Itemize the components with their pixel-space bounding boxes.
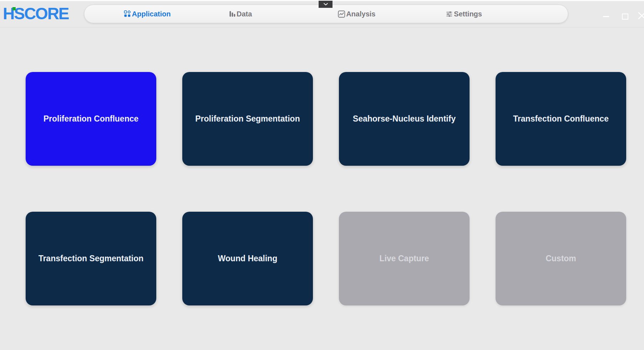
tab-settings[interactable]: Settings: [446, 5, 482, 23]
tile-label: Transfection Confluence: [513, 114, 608, 124]
tile-wound-healing[interactable]: Wound Healing: [182, 212, 313, 305]
tile-seahorse-nucleus-identify[interactable]: Seahorse-Nucleus Identify: [339, 72, 470, 166]
close-icon: [638, 12, 644, 19]
collapse-toolbar-button[interactable]: [319, 1, 333, 8]
app-grid-icon: [124, 10, 131, 17]
tile-transfection-segmentation[interactable]: Transfection Segmentation: [26, 212, 156, 305]
tile-label: Transfection Segmentation: [38, 254, 143, 263]
tab-settings-label: Settings: [454, 10, 482, 18]
tab-analysis[interactable]: Analysis: [337, 5, 375, 23]
tab-application[interactable]: Application: [124, 5, 171, 23]
tile-transfection-confluence[interactable]: Transfection Confluence: [496, 72, 626, 166]
tab-data[interactable]: Data: [229, 5, 252, 23]
tile-label: Live Capture: [379, 254, 429, 263]
tile-live-capture[interactable]: Live Capture: [339, 212, 470, 305]
tile-label: Wound Healing: [218, 254, 277, 263]
tile-custom[interactable]: Custom: [496, 212, 626, 305]
tile-label: Seahorse-Nucleus Identify: [353, 114, 456, 124]
tile-label: Custom: [546, 254, 576, 263]
tile-proliferation-confluence[interactable]: Proliferation Confluence: [26, 72, 156, 166]
app-logo: HSCORE: [3, 4, 69, 23]
bar-chart-icon: [229, 10, 235, 17]
chevron-down-icon: [323, 3, 328, 6]
logo-green-dot-icon: [12, 7, 16, 10]
tile-proliferation-segmentation[interactable]: Proliferation Segmentation: [182, 72, 313, 166]
tile-label: Proliferation Confluence: [43, 114, 138, 124]
tile-label: Proliferation Segmentation: [195, 114, 300, 124]
line-chart-icon: [337, 10, 345, 18]
tab-analysis-label: Analysis: [346, 10, 375, 18]
minimize-button[interactable]: [603, 16, 609, 17]
tab-application-label: Application: [132, 10, 171, 18]
titlebar-divider: [0, 27, 644, 27]
close-button[interactable]: [638, 12, 644, 19]
sliders-icon: [446, 10, 453, 17]
tab-data-label: Data: [236, 10, 252, 18]
application-tile-grid: Proliferation Confluence Proliferation S…: [26, 72, 626, 305]
maximize-button[interactable]: [622, 14, 628, 20]
